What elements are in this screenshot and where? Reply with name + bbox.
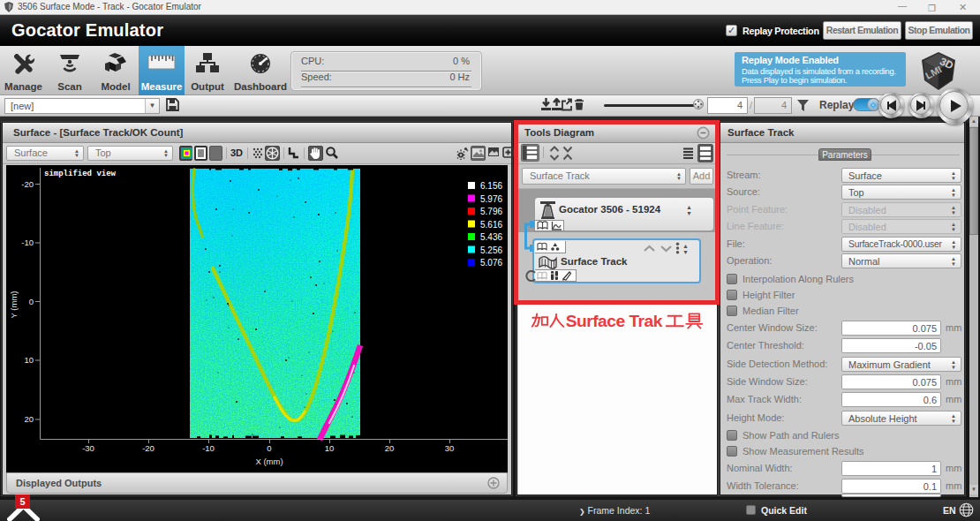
svg-text:10: 10 bbox=[325, 443, 335, 453]
svg-text:-20: -20 bbox=[21, 179, 34, 189]
svg-text:Surface Trak: Surface Trak bbox=[566, 312, 663, 330]
svg-text:simplified view: simplified view bbox=[44, 170, 117, 178]
svg-text:-30: -30 bbox=[82, 443, 94, 453]
svg-text:6.156: 6.156 bbox=[480, 181, 502, 191]
svg-text:-10: -10 bbox=[21, 238, 34, 247]
svg-text:5.976: 5.976 bbox=[480, 194, 502, 204]
svg-text:-10: -10 bbox=[202, 443, 215, 453]
svg-text:Y (mm): Y (mm) bbox=[9, 291, 19, 319]
svg-text:0: 0 bbox=[267, 443, 271, 453]
svg-text:5.436: 5.436 bbox=[480, 232, 502, 242]
svg-text:10: 10 bbox=[24, 355, 34, 365]
svg-text:5.616: 5.616 bbox=[480, 220, 502, 230]
svg-text:30: 30 bbox=[445, 443, 455, 453]
svg-text:0: 0 bbox=[29, 297, 34, 306]
svg-text:X (mm): X (mm) bbox=[255, 457, 283, 466]
svg-text:-20: -20 bbox=[142, 443, 155, 453]
svg-text:5.796: 5.796 bbox=[480, 207, 502, 216]
svg-text:20: 20 bbox=[385, 443, 395, 453]
svg-text:20: 20 bbox=[24, 414, 34, 424]
svg-text:5.076: 5.076 bbox=[480, 258, 502, 268]
svg-text:5.256: 5.256 bbox=[480, 245, 502, 255]
